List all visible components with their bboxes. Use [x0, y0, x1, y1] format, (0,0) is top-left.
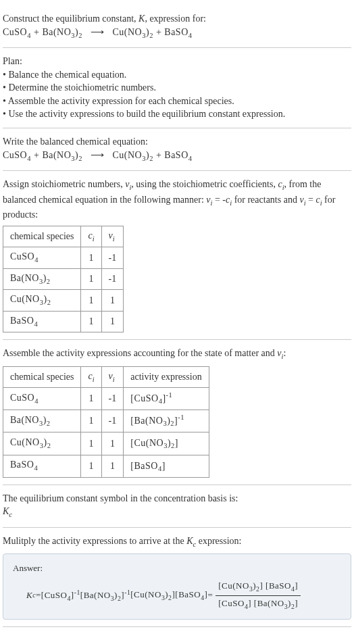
final-section: Mulitply the activity expressions to arr… — [3, 528, 351, 627]
cell-nu: -1 — [101, 388, 124, 410]
th-c: ci — [81, 366, 101, 387]
sub: i — [113, 234, 115, 242]
species: Cu(NO — [113, 150, 143, 160]
sub: 2 — [78, 154, 82, 162]
plus: + — [31, 27, 42, 37]
cell-nu: -1 — [101, 247, 124, 268]
balanced-title: Write the balanced chemical equation: — [3, 135, 351, 149]
term: [Ba(NO3)2]-1 — [80, 588, 130, 603]
cell-nu: 1 — [101, 432, 124, 455]
sub: i — [93, 234, 95, 242]
table-header-row: chemical species ci νi activity expressi… — [3, 366, 209, 387]
table-row: CuSO41-1[CuSO4]-1 — [3, 388, 209, 410]
eq: = — [36, 589, 41, 601]
th-activity: activity expression — [124, 366, 209, 387]
th-nu: νi — [101, 366, 124, 387]
stoich-intro: Assign stoichiometric numbers, νi, using… — [3, 178, 351, 222]
cell-species: CuSO4 — [3, 247, 81, 268]
sub: 2 — [78, 31, 82, 39]
cell-activity: [CuSO4]-1 — [124, 388, 209, 410]
text: : — [283, 348, 286, 358]
table-row: Ba(NO3)21-1 — [3, 268, 124, 289]
cell-species: BaSO4 — [3, 311, 81, 332]
text: Mulitply the activity expressions to arr… — [3, 536, 186, 546]
activity-section: Assemble the activity expressions accoun… — [3, 340, 351, 485]
cell-activity: [Cu(NO3)2] — [124, 432, 209, 455]
sub: 4 — [188, 31, 193, 39]
stoich-section: Assign stoichiometric numbers, νi, using… — [3, 171, 351, 340]
stoich-table: chemical species ci νi CuSO41-1 Ba(NO3)2… — [3, 226, 124, 332]
cell-species: Ba(NO3)2 — [3, 410, 81, 432]
cell-c: 1 — [81, 268, 101, 289]
prompt-section: Construct the equilibrium constant, K, e… — [3, 5, 351, 48]
plan-bullet: • Assemble the activity expression for e… — [3, 95, 351, 108]
plan-title: Plan: — [3, 55, 351, 68]
th-nu: νi — [101, 226, 124, 247]
activity-table: chemical species ci νi activity expressi… — [3, 366, 209, 478]
final-title: Mulitply the activity expressions to arr… — [3, 535, 351, 549]
fraction: [Cu(NO3)2] [BaSO4] [CuSO4] [Ba(NO3)2] — [216, 580, 301, 610]
arrow-icon: ⟶ — [91, 150, 105, 160]
th-species: chemical species — [3, 366, 81, 387]
kc: K — [26, 589, 32, 601]
species: Ba(NO — [42, 27, 71, 37]
plus: + — [153, 150, 164, 160]
plus: + — [153, 27, 164, 37]
answer-box: Answer: Kc = [CuSO4]-1 [Ba(NO3)2]-1 [Cu(… — [3, 553, 351, 620]
text: for reactants and — [232, 195, 299, 205]
cell-nu: -1 — [101, 268, 124, 289]
kc-symbol: Kc — [3, 505, 351, 520]
kc-expression: Kc = [CuSO4]-1 [Ba(NO3)2]-1 [Cu(NO3)2] [… — [13, 580, 341, 610]
cell-species: Ba(NO3)2 — [3, 268, 81, 289]
activity-title: Assemble the activity expressions accoun… — [3, 347, 351, 362]
prompt-line1: Construct the equilibrium constant, K, e… — [3, 12, 351, 26]
table-row: BaSO411 — [3, 311, 124, 332]
text: = - — [212, 195, 226, 205]
arrow-icon: ⟶ — [91, 27, 105, 37]
table-row: Cu(NO3)211[Cu(NO3)2] — [3, 432, 209, 455]
cell-c: 1 — [81, 432, 101, 455]
cell-c: 1 — [81, 388, 101, 410]
cell-species: Cu(NO3)2 — [3, 432, 81, 455]
text: , using the stoichiometric coefficients, — [131, 179, 278, 189]
symbol-section: The equilibrium constant symbol in the c… — [3, 485, 351, 528]
text: Assemble the activity expressions accoun… — [3, 348, 277, 358]
sub: 4 — [188, 154, 193, 162]
species: BaSO — [164, 150, 188, 160]
cell-nu: 1 — [101, 455, 124, 477]
cell-species: BaSO4 — [3, 455, 81, 477]
table-row: Ba(NO3)21-1[Ba(NO3)2]-1 — [3, 410, 209, 432]
cell-species: Cu(NO3)2 — [3, 290, 81, 311]
plan-bullet: • Use the activity expressions to build … — [3, 107, 351, 121]
cell-nu: -1 — [101, 410, 124, 432]
symbol-text: The equilibrium constant symbol in the c… — [3, 492, 351, 505]
balanced-section: Write the balanced chemical equation: Cu… — [3, 128, 351, 171]
cell-c: 1 — [81, 290, 101, 311]
numerator: [Cu(NO3)2] [BaSO4] — [216, 580, 301, 595]
equation-unbalanced: CuSO4 + Ba(NO3)2 ⟶ Cu(NO3)2 + BaSO4 — [3, 26, 351, 41]
table-row: BaSO411[BaSO4] — [3, 455, 209, 477]
k-symbol: K — [138, 14, 145, 24]
term: [BaSO4] — [175, 589, 207, 602]
cell-nu: 1 — [101, 290, 124, 311]
cell-activity: [Ba(NO3)2]-1 — [124, 410, 209, 432]
table-header-row: chemical species ci νi — [3, 226, 124, 247]
table-row: Cu(NO3)211 — [3, 290, 124, 311]
plan-bullet: • Determine the stoichiometric numbers. — [3, 81, 351, 95]
th-c: ci — [81, 226, 101, 247]
cell-c: 1 — [81, 455, 101, 477]
term: [CuSO4]-1 — [41, 588, 80, 603]
th-species: chemical species — [3, 226, 81, 247]
cell-activity: [BaSO4] — [124, 455, 209, 477]
plan-section: Plan: • Balance the chemical equation. •… — [3, 48, 351, 128]
answer-label: Answer: — [13, 562, 341, 574]
text: expression: — [196, 536, 241, 546]
plus: + — [31, 150, 42, 160]
species: Ba(NO — [42, 150, 71, 160]
kc: K — [186, 536, 193, 546]
cell-c: 1 — [81, 247, 101, 268]
prompt-text-b: , expression for: — [145, 14, 206, 24]
term: [Cu(NO3)2] — [130, 589, 175, 602]
text: Assign stoichiometric numbers, — [3, 179, 125, 189]
denominator: [CuSO4] [Ba(NO3)2] — [216, 596, 301, 611]
